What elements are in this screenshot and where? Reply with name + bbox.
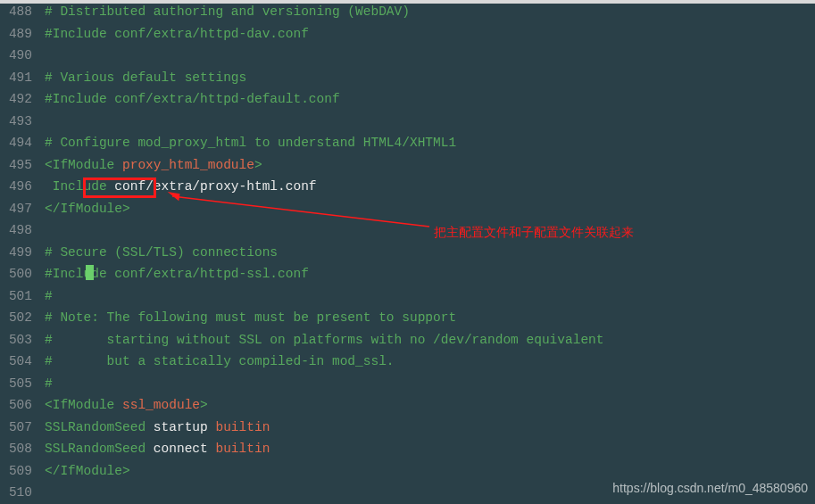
line-number: 492 bbox=[0, 88, 32, 111]
code-token: </IfModule> bbox=[45, 202, 130, 216]
code-token: <IfModule bbox=[45, 158, 122, 172]
line-number: 496 bbox=[0, 176, 32, 198]
code-line[interactable] bbox=[45, 111, 815, 133]
line-number: 499 bbox=[0, 242, 32, 264]
code-token: > bbox=[254, 158, 262, 172]
code-token: > bbox=[200, 398, 208, 412]
annotation-text: 把主配置文件和子配置文件关联起来 bbox=[434, 221, 634, 244]
line-number: 505 bbox=[0, 373, 32, 395]
line-number: 507 bbox=[0, 417, 32, 439]
code-line[interactable]: #Include conf/extra/httpd-default.conf bbox=[45, 88, 815, 111]
line-number: 509 bbox=[0, 460, 32, 483]
code-line[interactable]: # but a statically compiled-in mod_ssl. bbox=[45, 351, 815, 373]
line-number: 498 bbox=[0, 219, 32, 242]
line-number: 491 bbox=[0, 67, 32, 89]
code-line[interactable]: SSLRandomSeed connect builtin bbox=[45, 438, 815, 460]
line-number: 489 bbox=[0, 23, 32, 45]
line-number: 488 bbox=[0, 1, 32, 23]
code-editor[interactable]: 4884894904914924934944954964974984995005… bbox=[0, 0, 815, 504]
line-number: 495 bbox=[0, 154, 32, 177]
line-number: 503 bbox=[0, 329, 32, 351]
code-token: # Secure (SSL/TLS) connections bbox=[45, 245, 278, 260]
code-token: Include bbox=[45, 179, 114, 194]
code-token: # Note: The following must must be prese… bbox=[45, 310, 456, 325]
code-token: # but a statically compiled-in mod_ssl. bbox=[45, 354, 395, 368]
watermark: https://blog.csdn.net/m0_48580960 bbox=[612, 477, 808, 500]
code-token: </IfModule> bbox=[45, 464, 130, 478]
code-token: # bbox=[45, 376, 53, 391]
code-token: builtin bbox=[215, 442, 270, 456]
code-line[interactable]: Include conf/extra/proxy-html.conf bbox=[45, 176, 815, 198]
code-token: # starting without SSL on platforms with… bbox=[45, 333, 604, 347]
code-token: #Include conf/extra/httpd-default.conf bbox=[45, 92, 340, 106]
code-token: #Include conf/extra/httpd-dav.conf bbox=[45, 27, 309, 41]
code-line[interactable]: # Distributed authoring and versioning (… bbox=[45, 1, 815, 23]
code-token: # Various default settings bbox=[45, 70, 246, 85]
code-token: <IfModule bbox=[45, 398, 122, 412]
code-line[interactable]: # bbox=[45, 373, 815, 395]
line-gutter: 4884894904914924934944954964974984995005… bbox=[0, 0, 41, 504]
code-line[interactable] bbox=[45, 45, 815, 67]
line-number: 500 bbox=[0, 263, 32, 285]
cursor bbox=[86, 265, 94, 280]
line-number: 501 bbox=[0, 285, 32, 308]
code-token: # Distributed authoring and versioning (… bbox=[45, 4, 410, 19]
code-token: # Configure mod_proxy_html to understand… bbox=[45, 136, 456, 150]
line-number: 494 bbox=[0, 132, 32, 154]
line-number: 493 bbox=[0, 111, 32, 133]
line-number: 506 bbox=[0, 394, 32, 417]
code-token: conf/extra/proxy-html.conf bbox=[114, 179, 316, 194]
code-line[interactable]: # Note: The following must must be prese… bbox=[45, 307, 815, 329]
code-line[interactable]: # bbox=[45, 285, 815, 308]
code-token: connect bbox=[154, 442, 216, 456]
code-token: ssl_module bbox=[122, 398, 200, 412]
code-line[interactable]: <IfModule proxy_html_module> bbox=[45, 154, 815, 177]
code-line[interactable] bbox=[45, 219, 815, 242]
code-line[interactable]: # starting without SSL on platforms with… bbox=[45, 329, 815, 351]
line-number: 502 bbox=[0, 307, 32, 329]
code-token: SSLRandomSeed bbox=[45, 420, 154, 434]
code-token: builtin bbox=[215, 420, 270, 434]
code-token: SSLRandomSeed bbox=[45, 442, 154, 456]
code-line[interactable]: # Various default settings bbox=[45, 67, 815, 89]
code-line[interactable]: #Include conf/extra/httpd-dav.conf bbox=[45, 23, 815, 45]
line-number: 504 bbox=[0, 351, 32, 373]
code-line[interactable]: SSLRandomSeed startup builtin bbox=[45, 417, 815, 439]
code-line[interactable]: #Include conf/extra/httpd-ssl.conf bbox=[45, 263, 815, 285]
code-line[interactable]: # Configure mod_proxy_html to understand… bbox=[45, 132, 815, 154]
code-line[interactable]: # Secure (SSL/TLS) connections bbox=[45, 242, 815, 264]
code-token: # bbox=[45, 267, 53, 281]
line-number: 508 bbox=[0, 438, 32, 460]
code-line[interactable]: <IfModule ssl_module> bbox=[45, 394, 815, 417]
code-line[interactable]: </IfModule> bbox=[45, 198, 815, 220]
line-number: 497 bbox=[0, 198, 32, 220]
code-token: proxy_html_module bbox=[122, 158, 254, 172]
line-number: 490 bbox=[0, 45, 32, 67]
code-token: # bbox=[45, 289, 53, 303]
code-token: startup bbox=[154, 420, 216, 434]
code-area[interactable]: 把主配置文件和子配置文件关联起来 # Distributed authoring… bbox=[41, 0, 815, 504]
line-number: 510 bbox=[0, 482, 32, 504]
